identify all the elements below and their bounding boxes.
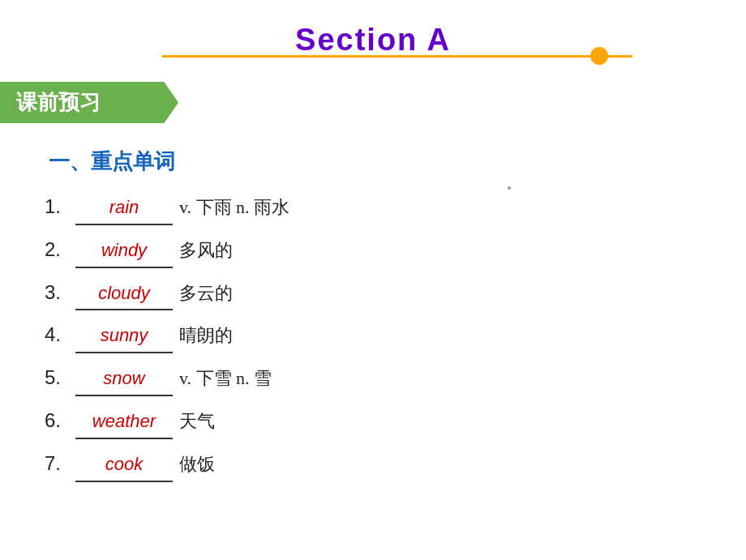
vocab-def: 天气 xyxy=(179,406,215,436)
banner-label: 课前预习 xyxy=(0,82,178,123)
vocab-item: 3.cloudy多云的 xyxy=(45,276,746,311)
page-title: Section A xyxy=(0,23,746,58)
vocab-def: 晴朗的 xyxy=(179,320,233,350)
vocab-item: 1.rainv. 下雨 n. 雨水 xyxy=(45,190,746,225)
header: Section A xyxy=(0,0,746,58)
vocab-number: 1. xyxy=(45,190,75,224)
vocab-def: 多风的 xyxy=(179,235,233,265)
header-line xyxy=(162,55,632,58)
vocab-blank: cook xyxy=(75,447,173,482)
vocab-blank: snow xyxy=(75,361,173,396)
vocab-word: windy xyxy=(101,240,147,260)
vocab-number: 5. xyxy=(45,361,75,395)
vocab-number: 2. xyxy=(45,233,75,267)
vocab-number: 6. xyxy=(45,404,75,438)
vocab-word: rain xyxy=(109,197,139,217)
vocab-blank: weather xyxy=(75,404,173,439)
vocab-def: v. 下雪 n. 雪 xyxy=(179,363,272,393)
header-dot xyxy=(590,47,608,65)
vocab-word: weather xyxy=(92,411,156,431)
section-title: 一、重点单词 xyxy=(49,147,746,176)
vocab-def: 做饭 xyxy=(179,449,215,479)
page: Section A 课前预习 一、重点单词 1.rainv. 下雨 n. 雨水2… xyxy=(0,0,746,560)
vocab-number: 3. xyxy=(45,276,75,310)
vocab-def: 多云的 xyxy=(179,278,233,308)
vocab-item: 6.weather天气 xyxy=(45,404,746,439)
vocab-number: 4. xyxy=(45,318,75,352)
vocab-list: 1.rainv. 下雨 n. 雨水2.windy多风的3.cloudy多云的4.… xyxy=(45,190,746,482)
banner: 课前预习 xyxy=(0,82,178,123)
vocab-word: sunny xyxy=(101,325,148,345)
vocab-item: 4.sunny晴朗的 xyxy=(45,318,746,353)
vocab-blank: windy xyxy=(75,233,173,268)
vocab-blank: rain xyxy=(75,190,173,225)
dot-decoration xyxy=(508,186,511,190)
vocab-item: 5.snowv. 下雪 n. 雪 xyxy=(45,361,746,396)
vocab-item: 2.windy多风的 xyxy=(45,233,746,268)
vocab-blank: sunny xyxy=(75,318,173,353)
vocab-def: v. 下雨 n. 雨水 xyxy=(179,192,289,222)
vocab-item: 7.cook做饭 xyxy=(45,447,746,482)
vocab-blank: cloudy xyxy=(75,276,173,311)
vocab-word: cloudy xyxy=(98,283,150,303)
vocab-number: 7. xyxy=(45,447,75,481)
vocab-word: cook xyxy=(105,454,143,474)
vocab-word: snow xyxy=(103,368,144,388)
